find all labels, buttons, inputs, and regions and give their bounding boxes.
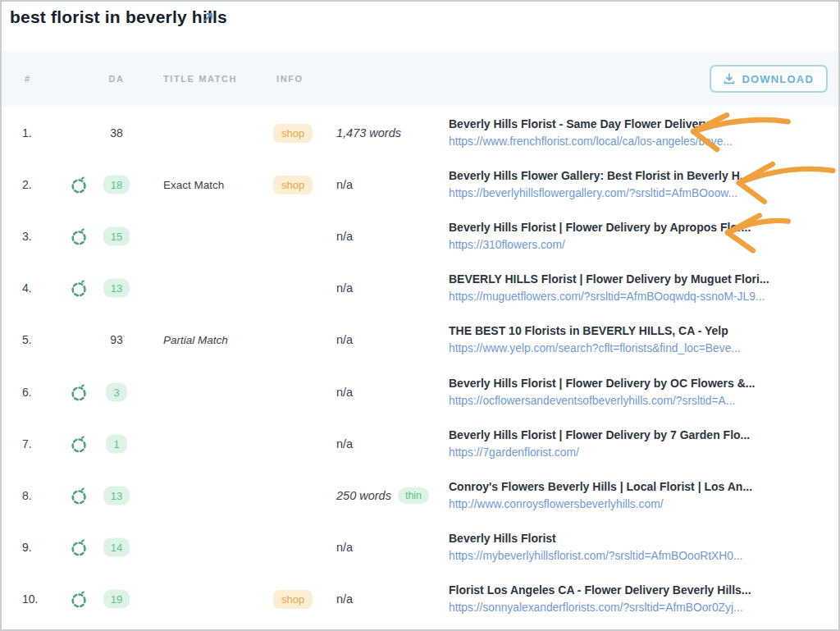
result-url[interactable]: https://310flowers.com/ <box>449 239 565 251</box>
query-bar: best florist in beverly hills <box>2 2 838 51</box>
shop-cell: shop <box>273 177 313 192</box>
result-cell: THE BEST 10 Florists in BEVERLY HILLS, C… <box>449 324 833 355</box>
da-score-badge: 13 <box>103 279 130 298</box>
result-url[interactable]: https://beverlyhillsflowergallery.com/?s… <box>449 187 737 199</box>
info-cell: n/a <box>336 541 353 554</box>
rank-label: 8. <box>22 489 32 502</box>
local-pack-icon <box>70 226 89 246</box>
da-cell: 13 <box>98 486 135 505</box>
results-table: 1.38shop1,473 wordsBeverly Hills Florist… <box>2 107 838 625</box>
rank-label: 6. <box>22 386 32 399</box>
da-score-badge: 18 <box>103 175 130 194</box>
local-pack-icon <box>70 278 89 298</box>
da-score-value: 38 <box>110 126 123 139</box>
da-cell: 3 <box>98 382 135 401</box>
result-row: 1.38shop1,473 wordsBeverly Hills Florist… <box>2 107 838 158</box>
da-score-badge: 19 <box>103 590 130 609</box>
local-pack-icon <box>70 382 89 402</box>
info-cell: 250 wordsthin <box>336 487 429 504</box>
thin-content-badge: thin <box>398 487 429 504</box>
result-row: 3.15n/aBeverly Hills Florist | Flower De… <box>2 210 838 262</box>
result-title: BEVERLY HILLS Florist | Flower Delivery … <box>449 272 833 286</box>
result-title: Beverly Hills Florist | Flower Delivery … <box>449 428 833 441</box>
local-pack-icon <box>70 589 89 609</box>
da-score-badge: 13 <box>103 486 130 505</box>
local-pack-icon <box>70 486 89 505</box>
rank-label: 1. <box>22 126 32 139</box>
rank-label: 5. <box>22 333 32 346</box>
result-cell: Beverly Hills Flower Gallery: Best Flori… <box>449 169 833 200</box>
result-title: Florist Los Angeles CA - Flower Delivery… <box>449 583 833 597</box>
result-url[interactable]: https://mybeverlyhillsflorist.com/?srslt… <box>449 550 742 562</box>
result-title: Beverly Hills Flower Gallery: Best Flori… <box>449 169 833 182</box>
result-cell: Beverly Hills Floristhttps://mybeverlyhi… <box>449 532 833 563</box>
page-title: best florist in beverly hills <box>10 7 227 27</box>
serp-checker-page: best florist in beverly hills # DA TITLE… <box>0 0 840 631</box>
shop-badge: shop <box>273 124 313 143</box>
result-url[interactable]: https://www.frenchflorist.com/local/ca/l… <box>449 135 733 148</box>
da-cell: 14 <box>98 538 135 557</box>
da-score-badge: 14 <box>103 538 130 557</box>
da-cell: 1 <box>98 434 135 453</box>
info-cell: 1,473 words <box>336 126 401 139</box>
column-header-info: INFO <box>276 74 304 84</box>
result-url[interactable]: http://www.conroysflowersbeverlyhills.co… <box>449 498 663 510</box>
result-url[interactable]: https://muguetflowers.com/?srsltid=AfmBO… <box>449 290 765 303</box>
result-cell: Conroy's Flowers Beverly Hills | Local F… <box>449 480 833 511</box>
da-score-badge: 1 <box>106 434 126 453</box>
result-title: Beverly Hills Florist | Flower Delivery … <box>449 377 833 390</box>
info-cell: n/a <box>336 386 353 399</box>
column-header-rank: # <box>25 74 31 84</box>
da-score-value: 93 <box>110 333 123 346</box>
local-pack-icon <box>70 537 89 557</box>
rank-label: 7. <box>22 437 32 450</box>
result-row: 4.13n/aBEVERLY HILLS Florist | Flower De… <box>2 263 838 314</box>
info-cell: n/a <box>336 230 353 243</box>
result-url[interactable]: https://7gardenflorist.com/ <box>449 446 579 459</box>
column-header-title-match: TITLE MATCH <box>163 74 237 84</box>
result-row: 2.18Exact Matchshopn/aBeverly Hills Flow… <box>2 158 838 210</box>
da-cell: 93 <box>98 333 135 346</box>
rank-label: 10. <box>22 592 38 606</box>
da-cell: 38 <box>98 126 135 139</box>
word-count-label: 1,473 words <box>336 126 401 139</box>
rank-label: 2. <box>22 178 32 191</box>
result-url[interactable]: https://ocflowersandeventsofbeverlyhills… <box>449 395 735 407</box>
info-cell: n/a <box>336 592 353 606</box>
result-title: Beverly Hills Florist | Flower Delivery … <box>449 221 833 234</box>
da-cell: 15 <box>98 226 135 245</box>
info-cell: n/a <box>336 437 353 450</box>
info-cell: n/a <box>336 333 353 346</box>
result-title: THE BEST 10 Florists in BEVERLY HILLS, C… <box>449 324 833 337</box>
rank-label: 9. <box>22 541 32 554</box>
result-row: 10.19shopn/aFlorist Los Angeles CA - Flo… <box>2 574 838 625</box>
title-match-label: Partial Match <box>163 334 228 346</box>
result-url[interactable]: https://www.yelp.com/search?cflt=florist… <box>449 342 741 354</box>
word-count-label: n/a <box>336 437 353 450</box>
word-count-label: n/a <box>336 230 353 243</box>
local-pack-icon <box>70 175 89 194</box>
word-count-label: n/a <box>336 281 353 295</box>
info-cell: n/a <box>336 178 353 191</box>
shop-cell: shop <box>273 126 313 140</box>
result-cell: Beverly Hills Florist - Same Day Flower … <box>449 117 833 149</box>
result-title: Conroy's Flowers Beverly Hills | Local F… <box>449 480 833 493</box>
result-cell: Florist Los Angeles CA - Flower Delivery… <box>449 583 833 615</box>
column-header-da: DA <box>98 74 135 84</box>
table-header: # DA TITLE MATCH INFO DOWNLOAD <box>2 51 838 107</box>
result-cell: Beverly Hills Florist | Flower Delivery … <box>449 428 833 460</box>
result-cell: Beverly Hills Florist | Flower Delivery … <box>449 377 833 408</box>
rank-label: 3. <box>22 230 32 243</box>
title-match-label: Exact Match <box>163 178 224 190</box>
result-row: 8.13250 wordsthinConroy's Flowers Beverl… <box>2 469 838 521</box>
result-url[interactable]: https://sonnyalexanderflorists.com/?srsl… <box>449 601 742 614</box>
da-cell: 13 <box>98 279 135 298</box>
result-row: 5.93Partial Matchn/aTHE BEST 10 Florists… <box>2 314 838 366</box>
download-label: DOWNLOAD <box>742 73 814 85</box>
download-button[interactable]: DOWNLOAD <box>710 65 828 93</box>
local-pack-icon <box>70 434 89 454</box>
word-count-label: n/a <box>336 386 353 399</box>
external-link-icon[interactable] <box>202 11 215 24</box>
word-count-label: n/a <box>336 541 353 554</box>
da-cell: 19 <box>98 590 135 609</box>
